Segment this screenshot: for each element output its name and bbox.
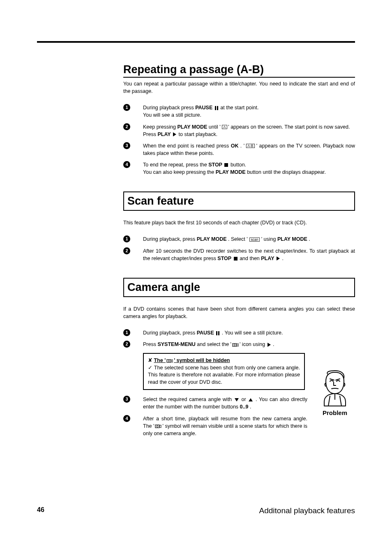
step-body: During playback, press PLAY MODE . Selec…: [143, 235, 355, 243]
step-body: Select the required camera angle with or…: [143, 396, 307, 410]
step-number-icon: 2: [123, 247, 130, 254]
button-label-pause: PAUSE: [195, 105, 212, 111]
stop-icon: [234, 257, 238, 261]
button-label-ok: OK: [231, 143, 239, 149]
button-label-stop: STOP: [208, 162, 222, 168]
note-box: ✘ The '' symbol will be hidden ✓ The sel…: [143, 353, 305, 390]
step-body: When the end point is reached press OK .…: [143, 142, 355, 157]
step-number-icon: 3: [123, 142, 130, 149]
button-label-stop: STOP: [217, 256, 231, 261]
camera-angle-icon: [232, 342, 239, 347]
step-row: 3 When the end point is reached press OK…: [123, 142, 355, 157]
section-intro: This feature plays back the first 10 sec…: [123, 219, 355, 226]
step-row: 1 During playback, press PLAY MODE . Sel…: [123, 235, 355, 243]
step-text: and then: [240, 256, 261, 261]
step-text: button until the displays disappear.: [247, 169, 326, 175]
step-body: During playback, press PAUSE . You will …: [143, 329, 307, 337]
button-label-pause: PAUSE: [197, 330, 214, 336]
step-row: 2 After 10 seconds the DVD recorder swit…: [123, 247, 355, 262]
section-intro: You can repeat a particular passage with…: [123, 80, 355, 95]
note-title-text: ' symbol will be hidden: [174, 357, 230, 363]
button-label-playmode: PLAY MODE: [177, 124, 207, 130]
step-text: until ': [209, 124, 221, 130]
step-row: 2 Press SYSTEM-MENU and select the '' ic…: [123, 341, 355, 348]
step-body: After a short time, playback will resume…: [143, 415, 307, 437]
step-body: After 10 seconds the DVD recorder switch…: [143, 247, 355, 262]
chapter-title: Additonal playback features: [259, 506, 355, 515]
svg-point-3: [168, 360, 170, 362]
play-icon: [173, 132, 176, 136]
step-body: Press SYSTEM-MENU and select the '' icon…: [143, 341, 307, 348]
button-label-play: PLAY: [261, 256, 274, 261]
step-text: During playback, press: [143, 330, 197, 336]
play-icon: [277, 256, 280, 261]
osd-symbol-ab: A-B: [246, 144, 255, 148]
step-text: . You will see a still picture.: [222, 330, 283, 336]
step-text: During playback press: [143, 105, 195, 111]
osd-symbol-a: A: [222, 125, 227, 129]
pause-icon: [216, 331, 219, 335]
step-row: 2 Keep pressing PLAY MODE until 'A' appe…: [123, 123, 355, 138]
step-text: Keep pressing: [143, 124, 177, 130]
step-number-icon: 1: [123, 235, 130, 242]
step-text: Press: [143, 341, 157, 347]
step-number-icon: 3: [123, 396, 130, 403]
step-number-icon: 4: [123, 161, 130, 168]
problem-label: Problem: [316, 409, 353, 416]
step-body: Keep pressing PLAY MODE until 'A' appear…: [143, 123, 355, 138]
button-label-system-menu: SYSTEM-MENU: [157, 341, 195, 347]
step-text: at the start point.: [220, 105, 258, 111]
section-heading-scan: Scan feature: [123, 191, 355, 211]
step-text: . ': [240, 143, 244, 149]
pause-icon: [215, 106, 218, 110]
section-intro: If a DVD contains scenes that have been …: [123, 305, 355, 320]
step-row: 1 During playback, press PAUSE . You wil…: [123, 329, 355, 337]
svg-point-1: [234, 344, 235, 346]
camera-angle-icon: [155, 424, 161, 429]
top-rule: [37, 41, 355, 43]
step-text: ' symbol will remain visible until a sce…: [143, 423, 307, 436]
step-text: or: [242, 397, 248, 402]
step-text: .: [309, 236, 310, 242]
step-text: During playback, press: [143, 236, 197, 242]
step-number-icon: 2: [123, 123, 130, 130]
step-number-icon: 2: [123, 341, 130, 348]
step-row: 4 To end the repeat, press the STOP butt…: [123, 161, 355, 176]
down-arrow-icon: [235, 398, 239, 401]
cross-icon: ✘: [148, 357, 152, 363]
step-text: You will see a still picture.: [143, 112, 201, 118]
step-body: To end the repeat, press the STOP button…: [143, 161, 355, 176]
button-label-playmode: PLAY MODE: [197, 236, 227, 242]
step-text: .: [250, 404, 251, 410]
step-text: When the end point is reached press: [143, 143, 231, 149]
page-number: 46: [37, 506, 44, 515]
stop-icon: [224, 163, 228, 167]
step-body: During playback press PAUSE at the start…: [143, 104, 355, 119]
step-row: 4 After a short time, playback will resu…: [123, 415, 355, 437]
step-text: ' using: [261, 236, 277, 242]
manual-page: Repeating a passage (A-B) You can repeat…: [0, 0, 392, 535]
button-label-digits: 0..9: [240, 404, 249, 410]
step-text: ' icon using: [240, 341, 267, 347]
right-arrow-icon: [267, 343, 271, 347]
step-row: 1 During playback press PAUSE at the sta…: [123, 104, 355, 119]
step-text: Select the required camera angle with: [143, 397, 234, 402]
step-number-icon: 1: [123, 104, 130, 111]
button-label-play: PLAY: [157, 131, 171, 137]
step-text: and select the ': [197, 341, 231, 347]
step-text: .: [282, 256, 283, 261]
step-text: button.: [231, 162, 246, 168]
note-title-text: The ': [154, 357, 166, 363]
face-illustration-icon: [318, 370, 351, 407]
osd-symbol-scan: scan: [249, 238, 260, 242]
svg-point-5: [157, 426, 158, 427]
step-text: ' appears on the screen. The start point…: [228, 124, 350, 130]
step-text: Press: [143, 131, 157, 137]
step-number-icon: 4: [123, 415, 130, 422]
check-icon: ✓: [148, 365, 152, 371]
section-heading-repeating: Repeating a passage (A-B): [123, 63, 355, 78]
step-text: .: [273, 341, 274, 347]
button-label-playmode: PLAY MODE: [216, 169, 246, 175]
step-text: to start playback.: [179, 131, 218, 137]
page-footer: 46 Additonal playback features: [0, 506, 392, 515]
